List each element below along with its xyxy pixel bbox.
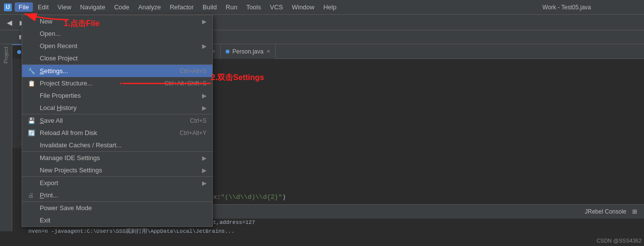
tab-icon-person (226, 50, 230, 54)
new-projects-arrow-icon: ▶ (202, 167, 206, 174)
title-bar: IJ File Edit View Navigate Code Analyze … (0, 0, 644, 15)
menu-item-settings-label: Settings... (40, 67, 180, 75)
export-arrow-icon: ▶ (202, 180, 206, 187)
menu-item-exit-label: Exit (40, 217, 206, 224)
menu-item-export-label: Export (40, 179, 202, 187)
menu-item-save-all-label: Save All (40, 117, 190, 124)
menu-analyze[interactable]: Analyze (134, 2, 165, 12)
reload-shortcut: Ctrl+Alt+Y (180, 130, 206, 137)
menu-item-power-save-label: Power Save Mode (40, 204, 206, 212)
tab-icon-test05 (17, 50, 21, 54)
menu-navigate[interactable]: Navigate (76, 2, 109, 12)
file-menu-dropdown: New ▶ Open... Open Recent ▶ Close Projec… (22, 15, 213, 227)
menu-item-project-structure-label: Project Structure... (40, 80, 164, 87)
menu-tools[interactable]: Tools (242, 2, 265, 12)
settings-icon: 🔧 (28, 68, 37, 75)
menu-view[interactable]: View (53, 2, 75, 12)
menu-run[interactable]: Run (222, 2, 241, 12)
console-title-label: JRebel Console (585, 208, 626, 215)
menu-item-print-label: Print... (40, 191, 206, 199)
print-icon: 🖨 (28, 192, 37, 199)
window-title: Work - Test05.java (542, 4, 640, 11)
menu-item-close-project[interactable]: Close Project (22, 52, 212, 64)
menu-file[interactable]: File (15, 2, 33, 12)
menu-item-new[interactable]: New ▶ (22, 15, 212, 27)
manage-ide-arrow-icon: ▶ (202, 155, 206, 162)
sidebar-project-label[interactable]: Project (3, 47, 9, 63)
menu-item-file-properties[interactable]: File Properties ▶ (22, 89, 212, 102)
menu-item-reload-label: Reload All from Disk (40, 129, 180, 137)
menu-item-save-all[interactable]: 💾 Save All Ctrl+S (22, 114, 212, 127)
menu-item-exit[interactable]: Exit (22, 214, 212, 226)
menu-refactor[interactable]: Refactor (166, 2, 198, 12)
menu-help[interactable]: Help (319, 2, 340, 12)
save-all-shortcut: Ctrl+S (190, 117, 206, 124)
tab-close-person[interactable]: ✕ (266, 49, 270, 54)
menu-item-invalidate[interactable]: Invalidate Caches / Restart... (22, 139, 212, 151)
menu-item-open-recent-label: Open Recent (40, 42, 202, 50)
settings-shortcut: Ctrl+Alt+S (180, 68, 206, 75)
menu-item-open-label: Open... (40, 30, 206, 37)
menu-build[interactable]: Build (199, 2, 221, 12)
menu-item-reload[interactable]: 🔄 Reload All from Disk Ctrl+Alt+Y (22, 127, 212, 139)
menu-item-new-label: New (40, 18, 202, 25)
menu-item-invalidate-label: Invalidate Caches / Restart... (40, 141, 206, 149)
toolbar-back[interactable]: ◀ (4, 17, 15, 28)
menu-item-settings[interactable]: 🔧 Settings... Ctrl+Alt+S (22, 64, 212, 77)
csdn-badge: CSDN @SSS4362 (596, 238, 642, 244)
menu-item-file-properties-label: File Properties (40, 92, 202, 99)
tab-person[interactable]: Person.java ✕ (221, 44, 276, 59)
menu-item-open[interactable]: Open... (22, 27, 212, 40)
open-recent-arrow-icon: ▶ (202, 43, 206, 50)
menu-bar: File Edit View Navigate Code Analyze Ref… (15, 2, 542, 12)
console-output2: nven=n -javaagent:C:\Users\SSS观刺打用\AppDa… (25, 226, 644, 236)
save-all-icon: 💾 (28, 117, 37, 124)
new-arrow-icon: ▶ (202, 18, 206, 25)
menu-item-print[interactable]: 🖨 Print... (22, 189, 212, 201)
menu-item-local-history[interactable]: Local History ▶ (22, 102, 212, 114)
menu-code[interactable]: Code (110, 2, 133, 12)
menu-edit[interactable]: Edit (34, 2, 52, 12)
app-icon: IJ (4, 3, 12, 11)
menu-item-new-projects-label: New Projects Settings (40, 166, 202, 174)
menu-vcs[interactable]: VCS (266, 2, 287, 12)
console-layout[interactable]: ⊞ (629, 206, 640, 217)
project-structure-shortcut: Ctrl+Alt+Shift+S (164, 80, 206, 87)
menu-window[interactable]: Window (288, 2, 318, 12)
tab-label-person: Person.java (232, 48, 263, 55)
menu-item-open-recent[interactable]: Open Recent ▶ (22, 40, 212, 52)
local-history-arrow-icon: ▶ (202, 105, 206, 111)
reload-icon: 🔄 (28, 130, 37, 137)
sidebar: Project (0, 44, 12, 231)
menu-item-local-history-label: Local History (40, 104, 202, 111)
file-props-arrow-icon: ▶ (202, 92, 206, 99)
menu-item-manage-ide[interactable]: Manage IDE Settings ▶ (22, 151, 212, 164)
project-structure-icon: 📋 (28, 80, 37, 87)
menu-item-manage-ide-label: Manage IDE Settings (40, 154, 202, 162)
menu-item-export[interactable]: Export ▶ (22, 176, 212, 189)
menu-item-new-projects[interactable]: New Projects Settings ▶ (22, 164, 212, 176)
menu-item-close-project-label: Close Project (40, 55, 206, 62)
menu-item-project-structure[interactable]: 📋 Project Structure... Ctrl+Alt+Shift+S (22, 77, 212, 89)
menu-item-power-save[interactable]: Power Save Mode (22, 201, 212, 214)
